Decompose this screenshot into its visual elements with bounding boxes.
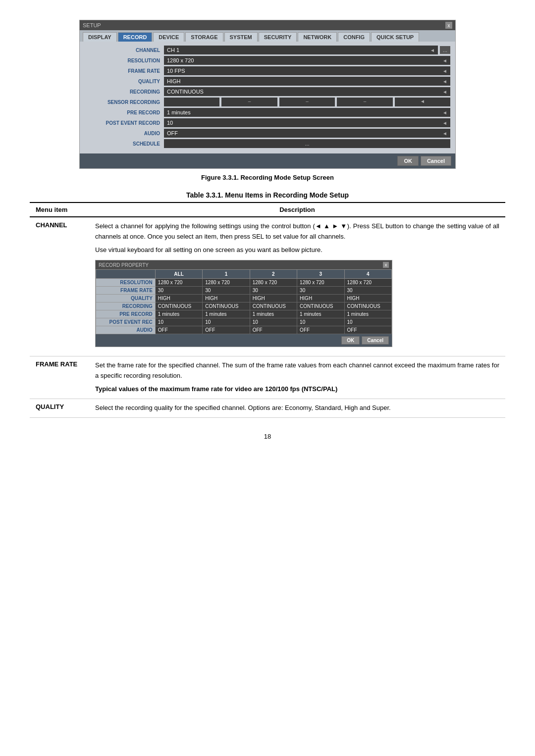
menuitem-channel: CHANNEL bbox=[30, 217, 89, 356]
setup-close-button[interactable]: x bbox=[445, 22, 452, 29]
rp-fr-2: 30 bbox=[250, 287, 297, 295]
label-schedule: SCHEDULE bbox=[85, 141, 164, 147]
rp-label-recording: RECORDING bbox=[96, 302, 156, 310]
tab-device[interactable]: DEVICE bbox=[153, 32, 184, 42]
tab-display[interactable]: DISPLAY bbox=[83, 32, 117, 42]
rp-fr-3: 30 bbox=[297, 287, 344, 295]
menuitem-quality: QUALITY bbox=[30, 399, 89, 417]
rp-fr-1: 30 bbox=[203, 287, 250, 295]
setup-cancel-button[interactable]: Cancel bbox=[421, 156, 451, 166]
rp-qual-all: HIGH bbox=[155, 295, 202, 302]
value-schedule[interactable]: ... bbox=[164, 139, 450, 148]
rp-label-quality: QUALITY bbox=[96, 295, 156, 302]
rp-pre-1: 1 minutes bbox=[203, 310, 250, 318]
rp-rec-4: CONTINUOUS bbox=[344, 302, 391, 310]
sensor-cell-arrow[interactable]: ◄ bbox=[395, 98, 450, 106]
rp-table: ALL 1 2 3 4 RESOLUTION 1280 x 720 bbox=[96, 269, 392, 334]
setup-row-postevent: POST EVENT RECORD 10 ◄ bbox=[85, 118, 450, 127]
setup-titlebar: SETUP x bbox=[80, 20, 455, 30]
desc-quality-text1: Select the recording quality for the spe… bbox=[95, 403, 499, 413]
rp-col-3: 3 bbox=[297, 270, 344, 279]
table-row-framerate: FRAME RATE Set the frame rate for the sp… bbox=[30, 356, 505, 399]
tab-config[interactable]: CONFIG bbox=[338, 32, 370, 42]
rp-close-button[interactable]: x bbox=[383, 262, 389, 268]
rp-cancel-button[interactable]: Cancel bbox=[362, 336, 389, 345]
value-framerate[interactable]: 10 FPS ◄ bbox=[164, 66, 450, 75]
tab-record[interactable]: RECORD bbox=[118, 32, 153, 42]
value-resolution[interactable]: 1280 x 720 ◄ bbox=[164, 56, 450, 65]
value-postevent[interactable]: 10 ◄ bbox=[164, 118, 450, 127]
rp-audio-4: OFF bbox=[344, 326, 391, 334]
rp-label-prerecord: PRE RECORD bbox=[96, 310, 156, 318]
label-resolution: RESOLUTION bbox=[85, 58, 164, 63]
rp-row-quality: QUALITY HIGH HIGH HIGH HIGH HIGH bbox=[96, 295, 392, 302]
rp-pre-2: 1 minutes bbox=[250, 310, 297, 318]
rp-title: RECORD PROPERTY bbox=[99, 262, 149, 268]
tab-quicksetup[interactable]: QUICK SETUP bbox=[371, 32, 419, 42]
label-channel: CHANNEL bbox=[85, 48, 164, 53]
desc-framerate-text1: Set the frame rate for the specified cha… bbox=[95, 360, 499, 381]
tab-security[interactable]: SECURITY bbox=[259, 32, 297, 42]
label-framerate: FRAME RATE bbox=[85, 68, 164, 74]
value-audio[interactable]: OFF ◄ bbox=[164, 129, 450, 138]
setup-row-prerecord: PRE RECORD 1 minutes ◄ bbox=[85, 108, 450, 117]
rp-row-postevent: POST EVENT REC 10 10 10 10 10 bbox=[96, 318, 392, 326]
menuitem-framerate: FRAME RATE bbox=[30, 356, 89, 399]
desc-framerate-bold: Typical values of the maximum frame rate… bbox=[95, 384, 499, 395]
rp-col-1: 1 bbox=[203, 270, 250, 279]
rp-pre-4: 1 minutes bbox=[344, 310, 391, 318]
rp-pre-3: 1 minutes bbox=[297, 310, 344, 318]
setup-row-schedule: SCHEDULE ... bbox=[85, 139, 450, 148]
rp-qual-1: HIGH bbox=[203, 295, 250, 302]
rp-res-all: 1280 x 720 bbox=[155, 279, 202, 287]
value-prerecord[interactable]: 1 minutes ◄ bbox=[164, 108, 450, 117]
rp-qual-2: HIGH bbox=[250, 295, 297, 302]
rp-post-3: 10 bbox=[297, 318, 344, 326]
rp-row-prerecord: PRE RECORD 1 minutes 1 minutes 1 minutes… bbox=[96, 310, 392, 318]
rp-label-audio: AUDIO bbox=[96, 326, 156, 334]
label-audio: AUDIO bbox=[85, 131, 164, 136]
setup-row-recording: RECORDING CONTINUOUS ◄ bbox=[85, 87, 450, 96]
sensor-cell-4[interactable]: – bbox=[337, 98, 392, 106]
tab-storage[interactable]: STORAGE bbox=[185, 32, 223, 42]
sensor-cell-1[interactable] bbox=[164, 98, 219, 106]
setup-title: SETUP bbox=[83, 22, 101, 28]
rp-fr-all: 30 bbox=[155, 287, 202, 295]
rp-ok-button[interactable]: OK bbox=[341, 336, 360, 345]
tab-network[interactable]: NETWORK bbox=[298, 32, 337, 42]
setup-row-sensor: SENSOR RECORDING – – – ◄ bbox=[85, 98, 450, 106]
rp-row-recording: RECORDING CONTINUOUS CONTINUOUS CONTINUO… bbox=[96, 302, 392, 310]
value-recording[interactable]: CONTINUOUS ◄ bbox=[164, 87, 450, 96]
desc-quality: Select the recording quality for the spe… bbox=[89, 399, 505, 417]
label-quality: QUALITY bbox=[85, 79, 164, 84]
rp-label-postevent: POST EVENT REC bbox=[96, 318, 156, 326]
channel-dots-button[interactable]: ... bbox=[440, 46, 450, 54]
rp-fr-4: 30 bbox=[344, 287, 391, 295]
rp-post-4: 10 bbox=[344, 318, 391, 326]
rp-post-2: 10 bbox=[250, 318, 297, 326]
table-row-channel: CHANNEL Select a channel for applying th… bbox=[30, 217, 505, 356]
desc-channel-text2: Use virtual keyboard for all setting on … bbox=[95, 245, 499, 255]
setup-ok-button[interactable]: OK bbox=[397, 156, 419, 166]
label-recording: RECORDING bbox=[85, 89, 164, 95]
desc-channel: Select a channel for applying the follow… bbox=[89, 217, 505, 356]
value-quality[interactable]: HIGH ◄ bbox=[164, 77, 450, 86]
sensor-cells: – – – ◄ bbox=[164, 98, 450, 106]
rp-col-label bbox=[96, 270, 156, 279]
rp-col-all: ALL bbox=[155, 270, 202, 279]
rp-rec-all: CONTINUOUS bbox=[155, 302, 202, 310]
tab-system[interactable]: SYSTEM bbox=[224, 32, 258, 42]
rp-post-1: 10 bbox=[203, 318, 250, 326]
rp-pre-all: 1 minutes bbox=[155, 310, 202, 318]
menu-items-table: Table 3.3.1. Menu Items in Recording Mod… bbox=[30, 191, 505, 418]
setup-row-framerate: FRAME RATE 10 FPS ◄ bbox=[85, 66, 450, 75]
setup-body: CHANNEL CH 1 ◄ ... RESOLUTION 1280 x 720… bbox=[80, 42, 455, 153]
col-header-description: Description bbox=[89, 202, 505, 217]
value-channel[interactable]: CH 1 ◄ bbox=[164, 46, 438, 54]
sensor-cell-3[interactable]: – bbox=[279, 98, 335, 106]
sensor-cell-2[interactable]: – bbox=[221, 98, 277, 106]
rp-footer: OK Cancel bbox=[96, 334, 392, 347]
rp-titlebar: RECORD PROPERTY x bbox=[96, 260, 392, 269]
col-header-menuitem: Menu item bbox=[30, 202, 89, 217]
rp-audio-all: OFF bbox=[155, 326, 202, 334]
